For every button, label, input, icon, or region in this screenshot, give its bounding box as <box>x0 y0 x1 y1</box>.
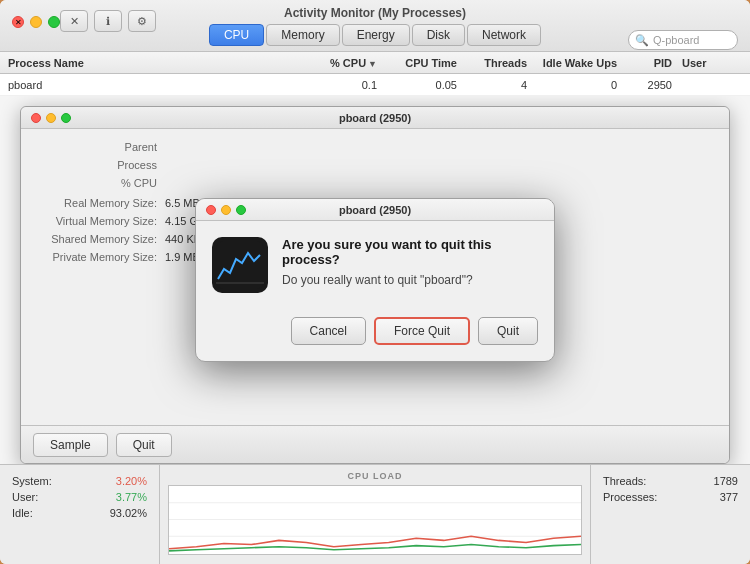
detail-title-bar: pboard (2950) <box>21 107 729 129</box>
search-placeholder: Q-pboard <box>653 34 699 46</box>
col-header-pid[interactable]: PID <box>627 57 682 69</box>
maximize-button[interactable] <box>48 16 60 28</box>
qdialog-max-btn[interactable] <box>236 205 246 215</box>
system-label: System: <box>12 475 52 487</box>
quit-dialog-heading: Are you sure you want to quit this proce… <box>282 237 538 267</box>
toolbar-buttons: ✕ ℹ ⚙ <box>60 10 156 32</box>
quit-dialog-subtext: Do you really want to quit "pboard"? <box>282 273 538 287</box>
processes-value: 377 <box>720 491 738 503</box>
stats-left: System: 3.20% User: 3.77% Idle: 93.02% <box>0 465 160 564</box>
idle-value: 93.02% <box>110 507 147 519</box>
col-header-user[interactable]: User <box>682 57 742 69</box>
tab-bar: CPU Memory Energy Disk Network <box>209 24 541 46</box>
cpu-load-label: CPU LOAD <box>168 471 582 481</box>
system-stats-row: System: 3.20% <box>12 475 147 487</box>
stats-right: Threads: 1789 Processes: 377 <box>590 465 750 564</box>
detail-traffic-lights <box>31 113 71 123</box>
processes-stats-row: Processes: 377 <box>603 491 738 503</box>
close-button[interactable]: ✕ <box>12 16 24 28</box>
cpu-graph <box>168 485 582 555</box>
quit-dialog-icon <box>212 237 268 293</box>
quit-dialog-title: pboard (2950) <box>339 204 411 216</box>
title-bar: ✕ ✕ ℹ ⚙ Activity Monitor (My Processes) … <box>0 0 750 52</box>
user-stats-row: User: 3.77% <box>12 491 147 503</box>
close-toolbar-btn[interactable]: ✕ <box>60 10 88 32</box>
tab-disk[interactable]: Disk <box>412 24 465 46</box>
col-header-process[interactable]: Process Name <box>8 57 317 69</box>
detail-process-row: Process <box>37 159 713 171</box>
window-title: Activity Monitor (My Processes) <box>284 6 466 20</box>
processes-label: Processes: <box>603 491 657 503</box>
shared-memory-label: Shared Memory Size: <box>37 233 157 245</box>
idle-label: Idle: <box>12 507 33 519</box>
process-cpu-time: 0.05 <box>387 79 467 91</box>
threads-value: 1789 <box>714 475 738 487</box>
detail-close-btn[interactable] <box>31 113 41 123</box>
detail-cpu-row: % CPU <box>37 177 713 189</box>
minimize-button[interactable] <box>30 16 42 28</box>
col-header-cpu[interactable]: % CPU▼ <box>317 57 387 69</box>
search-box[interactable]: 🔍 Q-pboard <box>628 30 738 50</box>
threads-stats-row: Threads: 1789 <box>603 475 738 487</box>
threads-label: Threads: <box>603 475 646 487</box>
tab-network[interactable]: Network <box>467 24 541 46</box>
tab-memory[interactable]: Memory <box>266 24 339 46</box>
detail-bottom-bar: Sample Quit <box>21 425 729 463</box>
col-header-threads[interactable]: Threads <box>467 57 537 69</box>
cpu-label: % CPU <box>37 177 157 189</box>
quit-button[interactable]: Quit <box>478 317 538 345</box>
detail-quit-button[interactable]: Quit <box>116 433 172 457</box>
process-row[interactable]: pboard 0.1 0.05 4 0 2950 <box>0 74 750 96</box>
content-area: pboard (2950) Parent Process % CPU R <box>0 96 750 464</box>
private-memory-label: Private Memory Size: <box>37 251 157 263</box>
tab-energy[interactable]: Energy <box>342 24 410 46</box>
user-label: User: <box>12 491 38 503</box>
stats-bar: System: 3.20% User: 3.77% Idle: 93.02% C… <box>0 464 750 564</box>
idle-stats-row: Idle: 93.02% <box>12 507 147 519</box>
cancel-button[interactable]: Cancel <box>291 317 366 345</box>
col-header-cputime[interactable]: CPU Time <box>387 57 467 69</box>
col-header-idle[interactable]: Idle Wake Ups <box>537 57 627 69</box>
parent-label: Parent <box>37 141 157 153</box>
quit-dialog-buttons: Cancel Force Quit Quit <box>196 309 554 361</box>
quit-dialog-traffic-lights <box>206 205 246 215</box>
qdialog-close-btn[interactable] <box>206 205 216 215</box>
detail-min-btn[interactable] <box>46 113 56 123</box>
stats-center: CPU LOAD <box>160 465 590 564</box>
process-threads: 4 <box>467 79 537 91</box>
main-window: ✕ ✕ ℹ ⚙ Activity Monitor (My Processes) … <box>0 0 750 564</box>
info-toolbar-btn[interactable]: ℹ <box>94 10 122 32</box>
traffic-lights: ✕ <box>12 16 60 28</box>
process-label: Process <box>37 159 157 171</box>
process-idle: 0 <box>537 79 627 91</box>
detail-max-btn[interactable] <box>61 113 71 123</box>
system-value: 3.20% <box>116 475 147 487</box>
settings-toolbar-btn[interactable]: ⚙ <box>128 10 156 32</box>
process-cpu-pct: 0.1 <box>317 79 387 91</box>
detail-title: pboard (2950) <box>339 112 411 124</box>
quit-dialog-text-block: Are you sure you want to quit this proce… <box>282 237 538 287</box>
force-quit-button[interactable]: Force Quit <box>374 317 470 345</box>
svg-rect-0 <box>216 241 264 289</box>
quit-dialog: pboard (2950) Are you sure you want to q… <box>195 198 555 362</box>
process-name: pboard <box>8 79 317 91</box>
process-pid: 2950 <box>627 79 682 91</box>
quit-dialog-title-bar: pboard (2950) <box>196 199 554 221</box>
tab-cpu[interactable]: CPU <box>209 24 264 46</box>
quit-dialog-body: Are you sure you want to quit this proce… <box>196 221 554 309</box>
user-value: 3.77% <box>116 491 147 503</box>
column-headers: Process Name % CPU▼ CPU Time Threads Idl… <box>0 52 750 74</box>
virtual-memory-label: Virtual Memory Size: <box>37 215 157 227</box>
qdialog-min-btn[interactable] <box>221 205 231 215</box>
sample-button[interactable]: Sample <box>33 433 108 457</box>
real-memory-label: Real Memory Size: <box>37 197 157 209</box>
detail-parent-row: Parent <box>37 141 713 153</box>
